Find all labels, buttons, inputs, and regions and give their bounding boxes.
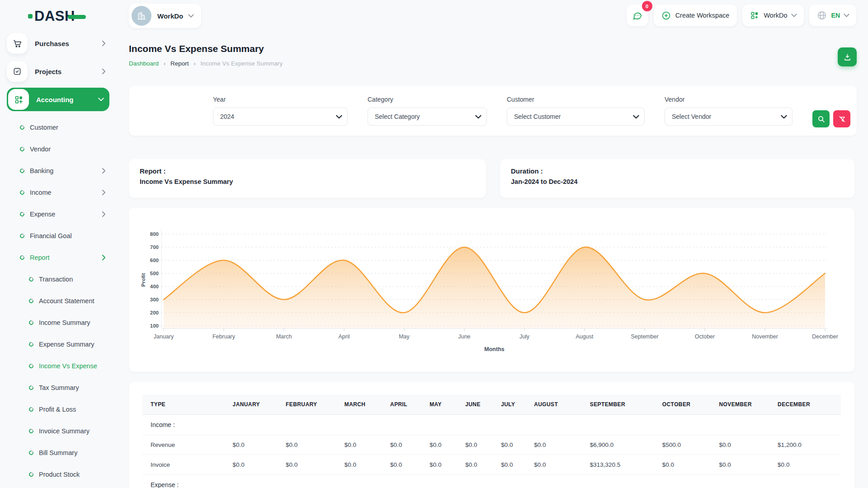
x-tick-label: November — [752, 333, 778, 340]
x-tick-label: December — [812, 333, 838, 340]
y-tick-label: 300 — [150, 297, 159, 302]
column-header: FEBRUARY — [286, 394, 344, 415]
sidebar-item-purchases[interactable]: Purchases — [7, 32, 110, 55]
cell-value: $6,900.0 — [590, 435, 662, 455]
vendor-select[interactable]: Select Vendor — [665, 108, 793, 126]
cell-value: $0.0 — [534, 455, 590, 475]
income-expense-table: TYPEJANUARYFEBRUARYMARCHAPRILMAYJUNEJULY… — [142, 394, 841, 488]
sidebar-item-invoice-summary[interactable]: Invoice Summary — [0, 420, 119, 442]
column-header: AUGUST — [534, 394, 590, 415]
table-row: Invoice$0.0$0.0$0.0$0.0$0.0$0.0$0.0$0.0$… — [142, 455, 841, 475]
sidebar-item-label: Vendor — [30, 145, 51, 153]
cell-value: $0.0 — [501, 455, 534, 475]
x-tick-label: June — [458, 333, 470, 340]
breadcrumb-dashboard-link[interactable]: Dashboard — [129, 60, 159, 67]
customer-filter-group: Customer Select Customer — [507, 96, 645, 136]
column-header: OCTOBER — [662, 394, 719, 415]
sidebar-item-financial-goal[interactable]: Financial Goal — [0, 225, 119, 247]
language-selector[interactable]: EN — [809, 5, 856, 26]
table-header-row: TYPEJANUARYFEBRUARYMARCHAPRILMAYJUNEJULY… — [142, 394, 841, 415]
apps-plus-icon — [8, 89, 29, 110]
column-header: MARCH — [344, 394, 390, 415]
sidebar-item-accounting[interactable]: Accounting — [7, 88, 109, 111]
cell-value: $0.0 — [534, 435, 590, 455]
create-workspace-button[interactable]: Create Workspace — [654, 5, 737, 26]
cell-value: $0.0 — [233, 455, 286, 475]
duration-card-value: Jan-2024 to Dec-2024 — [511, 178, 844, 185]
report-summary-card: Report : Income Vs Expense Summary — [129, 159, 486, 198]
plus-circle-icon — [661, 11, 671, 20]
create-workspace-label: Create Workspace — [675, 12, 730, 19]
y-tick-label: 800 — [150, 231, 159, 237]
reset-filter-button[interactable] — [833, 110, 850, 127]
row-type: Invoice — [142, 455, 233, 475]
chevron-down-icon — [844, 12, 849, 19]
sidebar-item-projects[interactable]: Projects — [7, 60, 110, 83]
search-icon — [817, 115, 825, 123]
column-header: JANUARY — [233, 394, 286, 415]
category-filter-group: Category Select Category — [368, 96, 487, 136]
cell-value: $0.0 — [390, 435, 429, 455]
table-row: Revenue$0.0$0.0$0.0$0.0$0.0$0.0$0.0$0.0$… — [142, 435, 841, 455]
column-header: TYPE — [142, 394, 233, 415]
column-header: MAY — [429, 394, 465, 415]
cell-value: $0.0 — [344, 455, 390, 475]
accounting-submenu: Customer Vendor Banking Income Expense F… — [0, 117, 119, 488]
sidebar-item-banking[interactable]: Banking — [0, 160, 119, 182]
sidebar-item-expense[interactable]: Expense — [0, 203, 119, 225]
reset-filter-icon — [838, 115, 846, 123]
sidebar-item-label: Income Summary — [39, 319, 90, 326]
y-axis-title: Profit — [141, 273, 146, 286]
sidebar-item-tax-summary[interactable]: Tax Summary — [0, 377, 119, 399]
apply-filter-button[interactable] — [812, 110, 830, 127]
sidebar-item-report[interactable]: Report — [0, 247, 119, 268]
bullet-icon — [19, 168, 25, 174]
customer-label: Customer — [507, 96, 645, 103]
x-tick-label: May — [399, 333, 410, 340]
sidebar-item-product-stock[interactable]: Product Stock — [0, 464, 119, 485]
app-menu-button[interactable]: WorkDo — [742, 5, 803, 26]
bullet-icon — [28, 276, 34, 282]
top-header: DASH WorkDo 0 Create Workspace — [0, 0, 868, 32]
bullet-icon — [19, 211, 25, 217]
checksquare-icon — [7, 61, 28, 82]
cell-value: $0.0 — [719, 455, 778, 475]
sidebar-item-customer[interactable]: Customer — [0, 117, 119, 138]
sidebar-item-cash-flow[interactable]: Cash Flow — [0, 485, 119, 488]
x-tick-label: August — [576, 333, 594, 340]
sidebar-item-income[interactable]: Income — [0, 182, 119, 203]
sidebar-item-label: Income Vs Expense — [39, 362, 97, 370]
breadcrumb-current: Income Vs Expense Summary — [201, 60, 283, 67]
language-code: EN — [831, 12, 840, 19]
workspace-switcher[interactable]: WorkDo — [129, 4, 201, 28]
download-report-button[interactable] — [838, 47, 857, 66]
sidebar-item-expense-summary[interactable]: Expense Summary — [0, 333, 119, 355]
sidebar-item-label: Projects — [35, 68, 61, 75]
category-select[interactable]: Select Category — [368, 108, 487, 126]
sidebar-item-transaction[interactable]: Transaction — [0, 268, 119, 290]
sidebar-item-bill-summary[interactable]: Bill Summary — [0, 442, 119, 464]
x-tick-label: February — [212, 333, 236, 340]
y-tick-label: 400 — [150, 284, 159, 289]
bullet-icon — [28, 341, 34, 347]
sidebar: Purchases Projects Accounting Customer V… — [0, 32, 119, 488]
app-logo[interactable]: DASH — [28, 8, 86, 24]
sidebar-item-income-vs-expense[interactable]: Income Vs Expense — [0, 355, 119, 377]
sidebar-item-vendor[interactable]: Vendor — [0, 138, 119, 160]
bullet-icon — [19, 254, 25, 261]
year-label: Year — [213, 96, 348, 103]
sidebar-item-label: Transaction — [39, 276, 73, 283]
sidebar-item-income-summary[interactable]: Income Summary — [0, 312, 119, 333]
year-select[interactable]: 2024 — [213, 108, 348, 126]
messages-button[interactable]: 0 — [627, 5, 648, 26]
breadcrumb-report-link[interactable]: Report — [170, 60, 189, 67]
cell-value: $0.0 — [429, 455, 465, 475]
customer-select[interactable]: Select Customer — [507, 108, 645, 126]
cell-value: $0.0 — [465, 455, 501, 475]
logo-bar-icon — [68, 15, 86, 19]
bullet-icon — [19, 146, 25, 152]
sidebar-item-account-statement[interactable]: Account Statement — [0, 290, 119, 312]
sidebar-item-profit-loss[interactable]: Profit & Loss — [0, 399, 119, 420]
chat-bubble-icon — [632, 10, 642, 21]
filter-actions — [812, 96, 850, 136]
